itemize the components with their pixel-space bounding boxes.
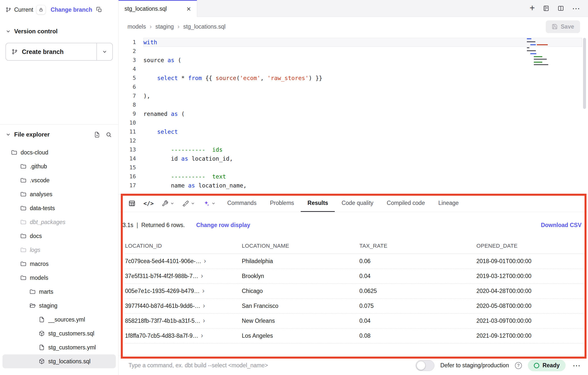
breadcrumb-models[interactable]: models [127, 23, 146, 30]
ai-assist-button[interactable] [203, 200, 216, 207]
sql-view-icon[interactable]: </> [143, 200, 154, 207]
defer-toggle[interactable] [416, 360, 434, 371]
status-badge[interactable]: Ready [528, 360, 566, 371]
table-view-icon[interactable] [128, 200, 135, 207]
column-header-opened_date: OPENED_DATE [476, 243, 587, 249]
expand-cell-icon[interactable]: › [203, 318, 205, 324]
brush-icon [182, 200, 189, 207]
results-panel: </> [119, 194, 588, 356]
line-number: 6 [119, 83, 143, 92]
expand-cell-icon[interactable]: › [202, 288, 205, 294]
code-editor[interactable]: 1with23source as (45 select * from {{ so… [119, 36, 588, 194]
code-line-10[interactable]: 10 [119, 118, 588, 127]
tree-item-label: marts [39, 288, 53, 295]
tree-item-docs[interactable]: docs [2, 229, 116, 243]
breadcrumb-file[interactable]: stg_locations.sql [183, 23, 225, 30]
code-line-12[interactable]: 12 [119, 136, 588, 145]
change-branch-link[interactable]: Change branch [51, 6, 92, 13]
code-line-9[interactable]: 9renamed as ( [119, 109, 588, 118]
panel-tab-compiled-code[interactable]: Compiled code [380, 195, 431, 212]
panel-tab-code-quality[interactable]: Code quality [335, 195, 380, 212]
line-number: 3 [119, 56, 143, 65]
expand-cell-icon[interactable]: › [201, 332, 203, 339]
code-line-1[interactable]: 1with [119, 38, 588, 47]
copy-icon[interactable] [96, 7, 102, 13]
new-tab-button[interactable]: + [530, 3, 535, 12]
panel-tab-commands[interactable]: Commands [221, 195, 263, 212]
tree-item-stg_customers.yml[interactable]: stg_customers.yml [2, 340, 116, 354]
panel-tab-lineage[interactable]: Lineage [432, 195, 465, 212]
chevron-down-icon [102, 49, 107, 54]
command-bar: Defer to staging/production ? Ready ⋯ [119, 356, 588, 375]
tree-item-macros[interactable]: macros [2, 257, 116, 271]
code-line-3[interactable]: 3source as ( [119, 56, 588, 65]
code-text [143, 100, 582, 109]
format-options-button[interactable] [182, 200, 195, 207]
search-icon[interactable] [106, 132, 112, 138]
version-control-header[interactable]: Version control [0, 19, 118, 41]
column-header-location_name: LOCATION_NAME [242, 243, 359, 249]
code-line-11[interactable]: 11 select [119, 127, 588, 136]
code-line-6[interactable]: 6 [119, 83, 588, 92]
tab-strip-actions: + ⋯ [522, 0, 588, 17]
cell-tax-rate: 0.08 [359, 332, 476, 339]
code-line-13[interactable]: 13 ---------- ids [119, 145, 588, 154]
expand-cell-icon[interactable]: › [204, 258, 206, 264]
tree-item-staging[interactable]: staging [2, 299, 116, 313]
panel-tab-results[interactable]: Results [301, 195, 335, 212]
create-branch-dropdown[interactable] [96, 43, 112, 60]
tree-item-docs-cloud[interactable]: docs-cloud [2, 145, 116, 159]
tree-item-analyses[interactable]: analyses [2, 187, 116, 201]
code-text: renamed as ( [143, 109, 582, 118]
expand-cell-icon[interactable]: › [203, 303, 205, 309]
expand-cell-icon[interactable]: › [201, 273, 203, 279]
folder-icon [20, 163, 27, 170]
breadcrumb-staging[interactable]: staging [155, 23, 174, 30]
file-explorer-actions [94, 132, 112, 138]
tree-item-.vscode[interactable]: .vscode [2, 173, 116, 187]
command-input[interactable] [128, 362, 416, 369]
code-line-15[interactable]: 15 [119, 163, 588, 172]
cell-opened-date: 2018-09-01T00:00:00 [476, 258, 587, 265]
tree-item-models[interactable]: models [2, 271, 116, 285]
editor-header: models › staging › stg_locations.sql Sav… [119, 17, 588, 36]
code-line-5[interactable]: 5 select * from {{ source('ecom', 'raw_s… [119, 74, 588, 83]
cell-tax-rate: 0.04 [359, 318, 476, 324]
new-file-icon[interactable] [94, 132, 100, 138]
chevron-right-icon: › [177, 23, 179, 30]
download-csv-link[interactable]: Download CSV [541, 222, 582, 229]
panel-tab-problems[interactable]: Problems [263, 195, 301, 212]
help-icon[interactable]: ? [515, 362, 522, 369]
tree-item-data-tests[interactable]: data-tests [2, 201, 116, 215]
tree-item-__sources.yml[interactable]: __sources.yml [2, 313, 116, 327]
code-line-4[interactable]: 4 [119, 65, 588, 74]
tree-item-.github[interactable]: .github [2, 159, 116, 173]
more-options-icon[interactable]: ⋯ [572, 4, 580, 12]
code-text: source as ( [143, 56, 582, 65]
code-line-7[interactable]: 7), [119, 92, 588, 100]
close-icon[interactable]: × [186, 5, 191, 13]
change-row-display-link[interactable]: Change row display [196, 222, 250, 229]
code-line-2[interactable]: 2 [119, 47, 588, 56]
tree-item-marts[interactable]: marts [2, 285, 116, 299]
notebook-icon[interactable] [543, 5, 549, 12]
tree-item-dbt_packages[interactable]: dbt_packages [2, 215, 116, 229]
editor-tab-stg-locations[interactable]: stg_locations.sql × [119, 0, 197, 17]
create-branch-button[interactable]: Create branch [5, 43, 113, 61]
code-line-17[interactable]: 17 name as location_name, [119, 181, 588, 190]
save-button[interactable]: Save [546, 20, 580, 33]
tree-item-stg_locations.sql[interactable]: stg_locations.sql [2, 354, 116, 368]
create-branch-main[interactable]: Create branch [6, 43, 96, 60]
build-options-button[interactable] [162, 200, 174, 207]
tree-item-logs[interactable]: logs [2, 243, 116, 257]
current-branch-label: Current [14, 6, 33, 13]
split-editor-icon[interactable] [557, 5, 564, 12]
save-icon [552, 24, 558, 30]
more-menu-icon[interactable]: ⋯ [573, 362, 581, 370]
code-line-8[interactable]: 8 [119, 100, 588, 109]
file-explorer-header[interactable]: File explorer [0, 125, 118, 140]
code-line-14[interactable]: 14 id as location_id, [119, 154, 588, 163]
code-line-16[interactable]: 16 ---------- text [119, 172, 588, 181]
editor-scrollbar[interactable] [583, 38, 586, 109]
tree-item-stg_customers.sql[interactable]: stg_customers.sql [2, 327, 116, 340]
